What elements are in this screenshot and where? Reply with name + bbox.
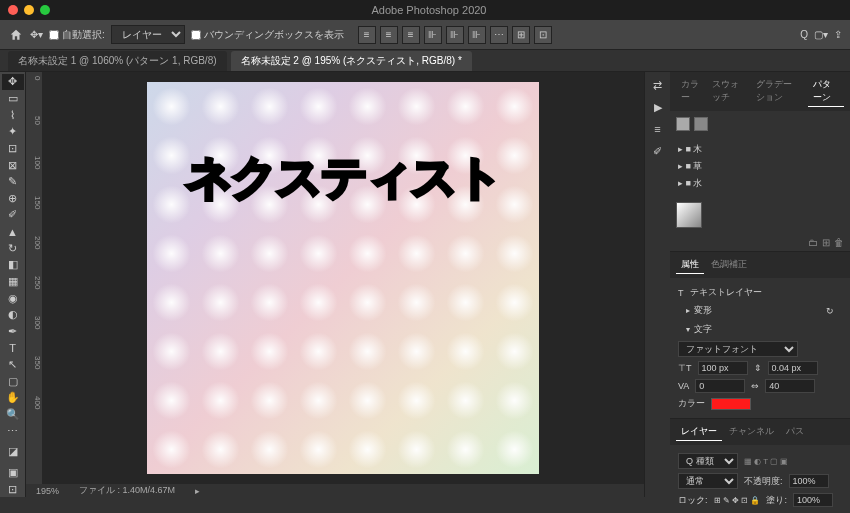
tab-properties[interactable]: 属性 bbox=[676, 256, 704, 274]
font-family-dropdown[interactable]: ファットフォント bbox=[678, 341, 798, 357]
zoom-tool[interactable]: 🔍 bbox=[2, 407, 24, 423]
option-bar: ✥▾ 自動選択: レイヤー バウンディングボックスを表示 ≡ ≡ ≡ ⊪ ⊪ ⊪… bbox=[0, 20, 850, 50]
panels: カラー スウォッチ グラデーション パターン ▸ ■ 木 ▸ ■ 草 ▸ ■ 水… bbox=[670, 72, 850, 497]
search-icon[interactable]: Q bbox=[800, 29, 808, 40]
folder-icon[interactable]: 🗀 bbox=[808, 237, 818, 248]
gradient-preview[interactable] bbox=[676, 202, 702, 228]
marquee-tool[interactable]: ▭ bbox=[2, 91, 24, 107]
move-tool-icon: ✥▾ bbox=[30, 29, 43, 40]
libraries-icon[interactable]: ⇄ bbox=[649, 76, 667, 94]
collapsed-panels: ⇄ ▶ ≡ ✐ bbox=[644, 72, 670, 497]
leading-icon: ⇕ bbox=[754, 363, 762, 373]
tracking-input[interactable] bbox=[765, 379, 815, 393]
maximize-icon[interactable] bbox=[40, 5, 50, 15]
leading-input[interactable] bbox=[768, 361, 818, 375]
layers-panel: レイヤー チャンネル パス Q 種類 ▦ ◐ T ▢ ▣ 通常 不透明度: ロッ… bbox=[670, 419, 850, 513]
align-icon[interactable]: ⊞ bbox=[512, 26, 530, 44]
ruler-vertical: 050100150200250300350400 bbox=[26, 72, 42, 484]
document-tab[interactable]: 名称未設定 2 @ 195% (ネクスティスト, RGB/8) * bbox=[231, 51, 472, 71]
wand-tool[interactable]: ✦ bbox=[2, 124, 24, 140]
artboard-viewport[interactable]: ネクスティスト bbox=[42, 72, 644, 484]
tab-paths[interactable]: パス bbox=[781, 423, 809, 441]
zoom-level[interactable]: 195% bbox=[36, 486, 59, 496]
minimize-icon[interactable] bbox=[24, 5, 34, 15]
fill-input[interactable] bbox=[793, 493, 833, 507]
align-icons: ≡ ≡ ≡ ⊪ ⊪ ⊪ ⋯ ⊞ ⊡ bbox=[358, 26, 552, 44]
eraser-tool[interactable]: ◧ bbox=[2, 257, 24, 273]
align-icon[interactable]: ⊪ bbox=[468, 26, 486, 44]
properties-panel: 属性 色調補正 Tテキストレイヤー ▸変形↻ ▾文字 ファットフォント ⊤T ⇕… bbox=[670, 252, 850, 419]
tab-swatch[interactable]: スウォッチ bbox=[707, 76, 749, 107]
pattern-swatch[interactable] bbox=[694, 117, 708, 131]
align-icon[interactable]: ⊡ bbox=[534, 26, 552, 44]
crop-tool[interactable]: ⊡ bbox=[2, 141, 24, 157]
color-swap[interactable]: ◪ bbox=[2, 440, 24, 463]
titlebar: Adobe Photoshop 2020 bbox=[0, 0, 850, 20]
color-swatch[interactable] bbox=[711, 398, 751, 410]
va-input[interactable] bbox=[695, 379, 745, 393]
tab-adjustments[interactable]: 色調補正 bbox=[706, 256, 752, 274]
stamp-tool[interactable]: ▲ bbox=[2, 224, 24, 240]
lasso-tool[interactable]: ⌇ bbox=[2, 107, 24, 123]
frame-tool[interactable]: ⊠ bbox=[2, 157, 24, 173]
tracking-icon: ⇔ bbox=[751, 381, 759, 391]
move-tool[interactable]: ✥ bbox=[2, 74, 24, 90]
blend-mode[interactable]: 通常 bbox=[678, 473, 738, 489]
bbox-checkbox[interactable]: バウンディングボックスを表示 bbox=[191, 28, 344, 42]
canvas-area: 1502002503003504004505005506006507007508… bbox=[26, 72, 644, 497]
dodge-tool[interactable]: ◐ bbox=[2, 307, 24, 323]
pen-tool[interactable]: ✒ bbox=[2, 324, 24, 340]
layer-kind-filter[interactable]: Q 種類 bbox=[678, 453, 738, 469]
close-icon[interactable] bbox=[8, 5, 18, 15]
history-icon[interactable]: ▶ bbox=[649, 98, 667, 116]
font-size-input[interactable] bbox=[698, 361, 748, 375]
align-icon[interactable]: ≡ bbox=[358, 26, 376, 44]
status-bar: 195% ファイル : 1.40M/4.67M ▸ bbox=[26, 484, 644, 497]
artboard: ネクスティスト bbox=[147, 82, 539, 474]
share-icon[interactable]: ⇪ bbox=[834, 29, 842, 40]
hand-tool[interactable]: ✋ bbox=[2, 390, 24, 406]
layer-type: テキストレイヤー bbox=[690, 286, 762, 299]
align-icon[interactable]: ≡ bbox=[402, 26, 420, 44]
tab-gradient[interactable]: グラデーション bbox=[751, 76, 806, 107]
screen-mode[interactable]: ⊡ bbox=[2, 481, 24, 497]
align-icon[interactable]: ⊪ bbox=[424, 26, 442, 44]
folder-item[interactable]: ▸ ■ 草 bbox=[678, 158, 842, 175]
new-icon[interactable]: ⊞ bbox=[822, 237, 830, 248]
opacity-input[interactable] bbox=[789, 474, 829, 488]
eyedropper-tool[interactable]: ✎ bbox=[2, 174, 24, 190]
blur-tool[interactable]: ◉ bbox=[2, 290, 24, 306]
auto-select-checkbox[interactable]: 自動選択: bbox=[49, 28, 105, 42]
type-tool[interactable]: T bbox=[2, 340, 24, 356]
va-icon: VA bbox=[678, 381, 689, 391]
window-controls bbox=[0, 5, 58, 15]
actions-icon[interactable]: ≡ bbox=[649, 120, 667, 138]
tab-pattern[interactable]: パターン bbox=[808, 76, 844, 107]
shape-tool[interactable]: ▢ bbox=[2, 374, 24, 390]
document-tab[interactable]: 名称未設定 1 @ 1060% (パターン 1, RGB/8) bbox=[8, 51, 227, 71]
align-icon[interactable]: ⊪ bbox=[446, 26, 464, 44]
document-tabs: 名称未設定 1 @ 1060% (パターン 1, RGB/8) 名称未設定 2 … bbox=[0, 50, 850, 72]
pattern-swatch[interactable] bbox=[676, 117, 690, 131]
align-icon[interactable]: ⋯ bbox=[490, 26, 508, 44]
pattern-folders: ▸ ■ 木 ▸ ■ 草 ▸ ■ 水 bbox=[670, 137, 850, 196]
workspace-icon[interactable]: ▢▾ bbox=[814, 29, 828, 40]
tab-color[interactable]: カラー bbox=[676, 76, 705, 107]
gradient-tool[interactable]: ▦ bbox=[2, 274, 24, 290]
brush-icon[interactable]: ✐ bbox=[649, 142, 667, 160]
tab-channels[interactable]: チャンネル bbox=[724, 423, 779, 441]
path-tool[interactable]: ↖ bbox=[2, 357, 24, 373]
history-brush-tool[interactable]: ↻ bbox=[2, 240, 24, 256]
align-icon[interactable]: ≡ bbox=[380, 26, 398, 44]
home-icon[interactable] bbox=[8, 27, 24, 43]
trash-icon[interactable]: 🗑 bbox=[834, 237, 844, 248]
folder-item[interactable]: ▸ ■ 水 bbox=[678, 175, 842, 192]
edit-toolbar[interactable]: ⋯ bbox=[2, 423, 24, 439]
color-panel: カラー スウォッチ グラデーション パターン ▸ ■ 木 ▸ ■ 草 ▸ ■ 水… bbox=[670, 72, 850, 252]
auto-select-dropdown[interactable]: レイヤー bbox=[111, 25, 185, 44]
brush-tool[interactable]: ✐ bbox=[2, 207, 24, 223]
folder-item[interactable]: ▸ ■ 木 bbox=[678, 141, 842, 158]
quick-mask[interactable]: ▣ bbox=[2, 465, 24, 481]
tab-layers[interactable]: レイヤー bbox=[676, 423, 722, 441]
heal-tool[interactable]: ⊕ bbox=[2, 190, 24, 206]
